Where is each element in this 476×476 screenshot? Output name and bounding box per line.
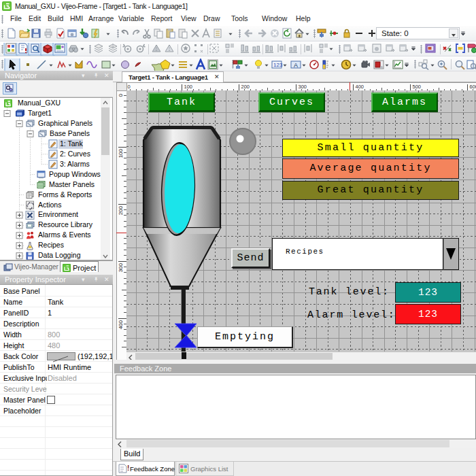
svg-text:100: 100: [118, 148, 124, 158]
svg-text:123: 123: [273, 62, 283, 68]
svg-text:0: 0: [128, 84, 131, 90]
svg-text:600: 600: [470, 84, 476, 90]
svg-text:300: 300: [118, 262, 124, 272]
svg-text:100: 100: [184, 84, 193, 90]
svg-text:200: 200: [241, 84, 250, 90]
svg-text:0: 0: [118, 93, 124, 97]
svg-text:400: 400: [356, 84, 364, 90]
svg-text:200: 200: [118, 205, 124, 215]
svg-text:A: A: [294, 62, 298, 69]
svg-text:400: 400: [118, 320, 124, 329]
svg-text:500: 500: [413, 84, 422, 90]
svg-text:300: 300: [299, 84, 307, 90]
